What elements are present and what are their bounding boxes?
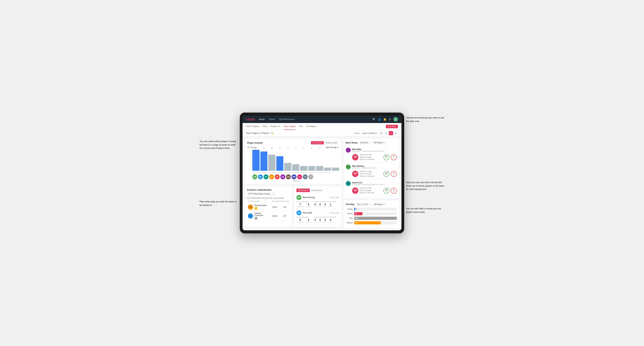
avatar-rbutler[interactable]: RB [286, 174, 291, 179]
user-avatar[interactable]: U [394, 117, 398, 122]
shot-row-3[interactable]: DF David Ford 24 Aug 2023 · Royal North … [346, 179, 397, 196]
avatar-dford[interactable]: DF [264, 174, 268, 179]
annotation-filter: Filter what data you wish the table to b… [200, 200, 238, 207]
metric-circle-end-2: 0 yds [391, 171, 397, 177]
lb-row-1[interactable]: RB Richard Butler 1 19/20 110 [247, 203, 290, 211]
practice-drills-btn[interactable]: Practice Drills [324, 141, 339, 144]
total-rounds-label-2: Total Rounds [296, 216, 311, 218]
shot-row-2[interactable]: BM Blair McHarg 23 Jul 2023 · Ashridge G… [346, 163, 397, 179]
settings-icon[interactable]: ⚙ [394, 131, 398, 135]
tab-least-active[interactable]: Least Active [310, 188, 324, 192]
main-content: Player Activity On Course Practice Drill… [242, 137, 402, 230]
x-tick-6: G. Billingham [292, 172, 300, 173]
scoring-par-filter[interactable]: Par 3, 4 & 5s ▼ [356, 203, 371, 206]
tab-hcaps[interactable]: Hcaps 1-5 [270, 123, 280, 130]
nav-link-performance[interactable]: My Performance [279, 117, 294, 121]
leaderboard-filter[interactable]: PUTT Must Make Putting ... ▼ [247, 192, 275, 195]
bar-5 [284, 163, 292, 171]
bar-label-8: 3 [311, 147, 312, 149]
shot-row-1[interactable]: MM Matt Miller 09 Jun 2023 · Royal North… [346, 146, 397, 163]
putt-val-1: 1 [330, 203, 331, 206]
timescale-select[interactable]: Last 3 months [362, 132, 377, 134]
add-team-button[interactable]: Add Team [386, 125, 398, 128]
scoring-label-birdies: Birdies [346, 213, 353, 215]
lb-row-2[interactable]: EC Edward Crossman 2 18/20 107 [247, 211, 290, 221]
nav-link-teams[interactable]: Teams [269, 117, 275, 121]
shot-avatar-2: BM [346, 165, 351, 169]
arg-val-1: 0 [324, 203, 326, 206]
players-icon[interactable]: 👤 [378, 118, 381, 121]
putt-val-2: 0 [330, 218, 331, 221]
shot-player-details-1: 09 Jun 2023 · Royal North Devon GC, Hole… [352, 150, 395, 152]
avatar-bmcharg[interactable]: BM [252, 174, 257, 179]
search-icon[interactable]: 🔍 [372, 118, 376, 121]
all-players-filter[interactable]: All Players ▼ [372, 141, 386, 144]
shot-player-details-2: 23 Jul 2023 · Ashridge GC, Hole 15 [352, 167, 395, 169]
lb-name-1: Richard Butler [254, 204, 269, 206]
list-view-icon[interactable]: ⊟ [384, 131, 388, 135]
avatar-ecrossman[interactable]: EC [297, 174, 302, 179]
avatar-unknown[interactable]: ? [308, 174, 313, 179]
scoring-card: Scoring Par 3, 4 & 5s ▼ All Players ▼ [343, 200, 399, 228]
x-tick-1: B. McHarg [252, 172, 260, 173]
avatar-gbillingham[interactable]: GB [280, 174, 285, 179]
tab-team-clippd[interactable]: Team Clippd [284, 123, 296, 130]
tab-all-players[interactable]: All Players [306, 123, 316, 130]
nav-link-home[interactable]: Home [259, 117, 264, 121]
shot-player-header-3: DF David Ford 24 Aug 2023 · Royal North … [346, 181, 397, 186]
x-tick-2: R. Britt [260, 172, 268, 173]
add-icon[interactable]: ⊕ [389, 118, 391, 121]
leaderboard-cols: PLAYER NAME PB SCORE PB AVG SQ [247, 200, 290, 202]
avatar-eebert[interactable]: EE [275, 174, 280, 179]
practice-activities-group-1: Total Practice Activities 0 GTT 0 [314, 201, 336, 207]
scoring-header: Scoring Par 3, 4 & 5s ▼ All Players ▼ [346, 203, 397, 206]
scoring-val-birdies: 96 [355, 213, 357, 215]
lb-avg-1: 110 [280, 206, 289, 208]
scoring-players-filter[interactable]: All Players ▼ [373, 203, 386, 206]
all-shots-filter[interactable]: All Shots ▼ [359, 141, 371, 144]
bar-group-5: 5 [284, 150, 292, 171]
edit-icon[interactable]: ✏️ [271, 132, 274, 134]
leaderboard-subtitle: PUTT Must Make Putting (3-6 ft), Last 3 … [247, 197, 290, 199]
putt-label-1: PUTT [329, 206, 332, 207]
scoring-title: Scoring [346, 203, 354, 205]
on-course-btn[interactable]: On Course [311, 141, 324, 144]
shot-score-num-1: 200 [353, 156, 357, 158]
bar-label-10: 2 [327, 147, 328, 149]
shot-player-header-2: BM Blair McHarg 23 Jul 2023 · Ashridge G… [346, 165, 397, 169]
metric-unit-end-1: yds [393, 158, 395, 159]
shot-score-num-2: 200 [353, 172, 357, 174]
lb-rank-1: 1 [254, 207, 258, 210]
scoring-track-pars: 499 [354, 217, 397, 220]
avatar-lrobertson[interactable]: LR [303, 174, 308, 179]
shot-metrics-1: 67 yds 0 yds [383, 154, 397, 160]
lb-score-1: 19/20 [270, 206, 279, 208]
tournament-label-1: Tournament [296, 206, 304, 207]
active-avatar-1: BM [296, 195, 301, 200]
best-shots-card: Best Shots All Shots ▼ All Players ▼ [343, 139, 399, 198]
avatar-rbritt[interactable]: RB [258, 174, 263, 179]
left-panel: Player Activity On Course Practice Drill… [245, 139, 342, 228]
tab-most-active[interactable]: Most Active [296, 188, 310, 192]
tab-tour[interactable]: Tour [299, 123, 303, 130]
x-axis-label: Players [252, 180, 339, 182]
tab-pgat-players[interactable]: PGAT Players [246, 123, 259, 130]
shot-metric-dist-2: 43 yds [383, 171, 390, 177]
right-panel: Best Shots All Shots ▼ All Players ▼ [343, 139, 399, 228]
practice-col-2: 4 Practice [306, 218, 311, 223]
grid-view-icon[interactable]: ⊞ [379, 131, 383, 135]
gtt-col-2: 0 GTT [314, 218, 316, 223]
arg-label-1: ARG [324, 206, 326, 207]
shot-player-details-3: 24 Aug 2023 · Royal North Devon GC, Hole… [352, 184, 395, 185]
y-tick-5: 5 [247, 159, 251, 161]
tournament-label-2: Tournament [296, 221, 304, 223]
notification-icon[interactable]: 🔔 [384, 118, 386, 121]
tab-pga[interactable]: PGA [263, 123, 267, 130]
avatar-mmiller[interactable]: MM [292, 174, 296, 179]
shot-avatar-3: DF [346, 181, 351, 186]
x-tick-3: D. Ford [268, 172, 276, 173]
shot-metric-dist-3: 16 yds [383, 188, 390, 194]
card-view-icon[interactable]: ♥ [389, 131, 393, 135]
practice-label-1: Practice [306, 206, 311, 207]
avatar-jcoles[interactable]: JC [269, 174, 274, 179]
